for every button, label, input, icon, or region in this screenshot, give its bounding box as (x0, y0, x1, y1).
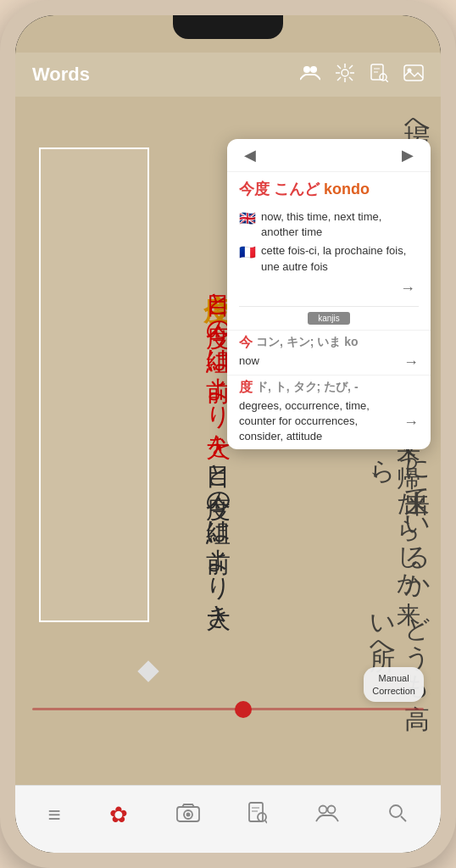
tab-docs[interactable] (238, 797, 277, 834)
svg-point-1 (310, 66, 317, 73)
nav-icons (300, 64, 424, 86)
kanji-1-reading: コン, キン; いま ko (256, 335, 359, 350)
page-title: Words (32, 64, 300, 86)
sparkles-icon[interactable] (336, 64, 354, 86)
kanji-1-arrow[interactable]: → (403, 353, 419, 371)
kanji-entry-2[interactable]: 度 ド, ト, タク; たび, - degrees, occurrence, t… (227, 375, 431, 450)
slider-area (32, 708, 424, 710)
kanji-2-char: 度 (239, 379, 253, 397)
word-kanji: 今度 (239, 181, 270, 198)
popup-word: 今度 こんど kondo (227, 172, 431, 204)
camera-icon (176, 804, 200, 827)
kanji-entry-1[interactable]: 今 コン, キン; いま ko now → (227, 330, 431, 375)
kanji-1-title: 今 コン, キン; いま ko (239, 334, 419, 352)
kanji-2-arrow[interactable]: → (403, 414, 419, 431)
popup-next-button[interactable]: ▶ (402, 146, 414, 164)
kanji-2-def-row: degrees, occurrence, time, counter for o… (239, 398, 419, 447)
image-icon[interactable] (403, 64, 424, 86)
kanji-2-definition: degrees, occurrence, time, counter for o… (239, 398, 403, 445)
kanji-1-def-row: now → (239, 353, 419, 371)
kanji-1-char: 今 (239, 334, 253, 352)
people-tab-icon (315, 804, 339, 827)
tab-search[interactable] (377, 798, 418, 833)
svg-point-28 (328, 805, 336, 813)
phone-inner: Words (15, 15, 441, 853)
home-icon: ✿ (109, 802, 128, 828)
kanji-2-reading: ド, ト, タク; たび, - (256, 380, 359, 395)
english-text: now, this time, next time, another time (261, 209, 419, 240)
popup-card: ◀ ▶ 今度 こんど kondo 🇬🇧 (227, 139, 431, 449)
tab-home[interactable]: ✿ (99, 797, 138, 833)
svg-point-0 (303, 66, 310, 73)
slider-track[interactable] (32, 708, 424, 710)
search-doc-icon[interactable] (370, 64, 388, 86)
notch (173, 15, 283, 39)
svg-point-2 (342, 70, 348, 76)
svg-line-7 (337, 65, 341, 69)
svg-point-23 (258, 813, 266, 821)
svg-rect-22 (249, 803, 263, 821)
svg-line-10 (337, 77, 341, 81)
kanji-2-title: 度 ド, ト, タク; たび, - (239, 379, 419, 397)
selected-japanese-text: 目と今度の組は前より大き 目と今度の組は前より犬を 今度 (39, 147, 242, 622)
popup-prev-button[interactable]: ◀ (244, 146, 256, 164)
svg-line-9 (349, 65, 353, 69)
jp-selected-col-1: 目と今度の組は前より大き (46, 448, 236, 615)
svg-marker-19 (182, 804, 194, 807)
slider-thumb[interactable] (235, 701, 252, 718)
search-tab-icon (387, 803, 408, 828)
manual-correction-label: ManualCorrection (372, 673, 415, 695)
french-flag-line: 🇫🇷 cette fois-ci, la prochaine fois, une… (239, 243, 419, 274)
word-romaji: kondo (324, 181, 370, 198)
french-flag: 🇫🇷 (239, 243, 256, 262)
definition-arrow-button[interactable]: → (239, 278, 419, 301)
menu-icon: ≡ (48, 802, 61, 828)
kanji-1-definition: now (239, 353, 259, 369)
svg-point-27 (320, 805, 327, 813)
tab-people[interactable] (305, 798, 349, 832)
main-content: どうも高い所へ に出来ているから、 目に今度の組は前より大き に白墨を時控所はて… (15, 97, 441, 785)
svg-line-24 (265, 821, 267, 823)
jp-selected-col-2: 目と今度の組は前より犬を (46, 276, 236, 444)
svg-line-30 (401, 816, 406, 821)
tab-menu[interactable]: ≡ (38, 797, 71, 833)
svg-point-21 (186, 812, 190, 816)
nav-bar: Words (15, 53, 441, 97)
svg-point-29 (390, 805, 402, 817)
french-text: cette fois-ci, la prochaine fois, une au… (261, 243, 419, 274)
svg-line-13 (386, 80, 388, 82)
english-definition: 🇬🇧 now, this time, next time, another ti… (227, 204, 431, 306)
kanjis-section-header: kanjis (227, 307, 431, 330)
people-icon[interactable] (300, 64, 320, 86)
english-flag: 🇬🇧 (239, 209, 256, 228)
word-kana: こんど (274, 181, 320, 198)
tab-bar: ≡ ✿ (15, 785, 441, 853)
phone-frame: Words (0, 0, 456, 868)
popup-nav: ◀ ▶ (227, 139, 431, 172)
svg-line-8 (349, 77, 353, 81)
kanjis-badge: kanjis (308, 312, 350, 325)
english-flag-line: 🇬🇧 now, this time, next time, another ti… (239, 209, 419, 240)
tab-camera[interactable] (166, 798, 210, 832)
docs-icon (248, 802, 267, 829)
screen: Words (15, 15, 441, 853)
jp-col-6: 場へ (22, 105, 434, 134)
manual-correction-button[interactable]: ManualCorrection (364, 667, 424, 702)
